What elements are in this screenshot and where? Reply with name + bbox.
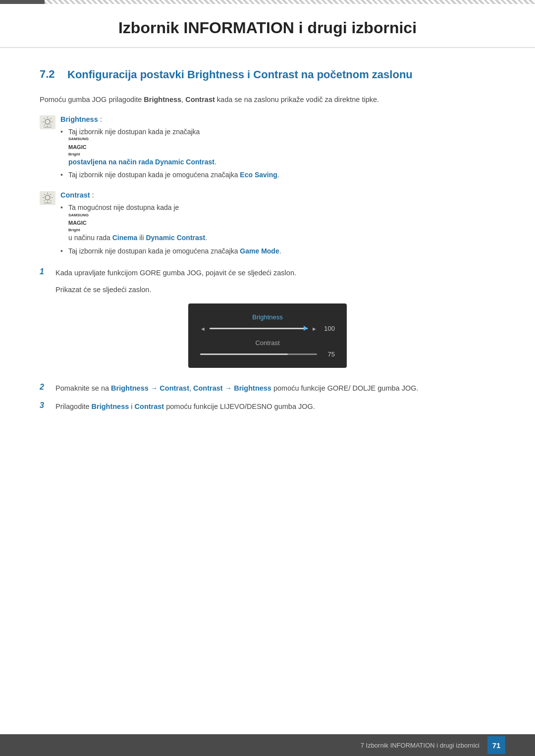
slider-left-arrow: ◄ <box>200 326 206 332</box>
contrast-note-item-1: Ta mogućnost nije dostupna kada je SAMSU… <box>60 202 495 243</box>
contrast-note-icon <box>40 191 55 205</box>
screen-contrast-label: Contrast <box>200 339 335 347</box>
step-1-number: 1 <box>40 267 49 276</box>
brightness-note-item-1: Taj izbornik nije dostupan kada je znača… <box>60 126 495 167</box>
slider-right-arrow: ► <box>312 326 317 332</box>
step-3: 3 Prilagodite Brightness i Contrast pomo… <box>40 401 495 412</box>
contrast-inline: Contrast <box>185 96 215 103</box>
step-1-text: Kada upravljate funkcijom GORE gumba JOG… <box>55 267 296 279</box>
page-title: Izbornik INFORMATION i drugi izbornici <box>30 19 505 37</box>
contrast-slider-fill <box>200 353 288 355</box>
brightness-note-icon <box>40 115 55 129</box>
contrast-note-item-2: Taj izbornik nije dostupan kada je omogu… <box>60 246 495 256</box>
contrast-note-label: Contrast : <box>60 191 495 199</box>
step-3-number: 3 <box>40 401 49 410</box>
page-footer: 7 Izbornik INFORMATION i drugi izbornici… <box>0 734 535 756</box>
svg-line-19 <box>51 194 51 195</box>
magic-brand-1: SAMSUNGMAGICBright <box>68 137 495 156</box>
footer-page-number: 71 <box>487 736 505 754</box>
contrast-note-block: Contrast : Ta mogućnost nije dostupna ka… <box>40 191 495 258</box>
svg-line-6 <box>44 118 45 119</box>
brightness-slider-thumb <box>304 326 308 331</box>
section-heading: 7.2 Konfiguracija postavki Brightness i … <box>40 68 495 82</box>
svg-line-20 <box>44 201 45 201</box>
footer-text: 7 Izbornik INFORMATION i drugi izbornici <box>361 742 480 749</box>
step-1: 1 Kada upravljate funkcijom GORE gumba J… <box>40 267 495 279</box>
contrast-note-list: Ta mogućnost nije dostupna kada je SAMSU… <box>60 202 495 256</box>
brightness-slider-row: ◄ ► 100 <box>200 325 335 332</box>
svg-line-17 <box>44 194 45 195</box>
step-1-subtext: Prikazat će se sljedeći zaslon. <box>55 286 495 294</box>
screen-mockup-wrapper: Brightness ◄ ► 100 Contrast 75 <box>40 303 495 368</box>
contrast-slider-row: 75 <box>200 351 335 358</box>
svg-line-18 <box>51 201 51 201</box>
intro-paragraph: Pomoću gumba JOG prilagodite Brightness,… <box>40 94 495 105</box>
top-border-accent <box>0 0 45 4</box>
brightness-note-list: Taj izbornik nije dostupan kada je znača… <box>60 126 495 181</box>
contrast-slider-track <box>200 353 317 355</box>
brightness-note-item-2: Taj izbornik nije dostupan kada je omogu… <box>60 169 495 180</box>
brightness-slider-fill <box>210 328 308 329</box>
step-3-text: Prilagodite Brightness i Contrast pomoću… <box>55 401 315 412</box>
brightness-slider-track <box>210 328 308 329</box>
svg-line-8 <box>51 118 51 119</box>
svg-line-7 <box>51 124 51 125</box>
screen-brightness-label: Brightness <box>200 313 335 321</box>
brightness-note-block: Brightness : Taj izbornik nije dostupan … <box>40 115 495 183</box>
section-title: Konfiguracija postavki Brightness i Cont… <box>67 68 413 82</box>
step-2-number: 2 <box>40 383 49 392</box>
page-header: Izbornik INFORMATION i drugi izbornici <box>0 4 535 48</box>
svg-line-9 <box>44 124 45 125</box>
screen-mockup: Brightness ◄ ► 100 Contrast 75 <box>188 303 347 368</box>
contrast-value: 75 <box>321 351 335 358</box>
magic-brand-2: SAMSUNGMAGICBright <box>68 213 495 232</box>
section-number: 7.2 <box>40 68 61 81</box>
main-content: 7.2 Konfiguracija postavki Brightness i … <box>0 48 535 459</box>
brightness-note-content: Brightness : Taj izbornik nije dostupan … <box>60 115 495 183</box>
top-border <box>0 0 535 4</box>
step-2: 2 Pomaknite se na Brightness → Contrast,… <box>40 383 495 394</box>
contrast-note-content: Contrast : Ta mogućnost nije dostupna ka… <box>60 191 495 258</box>
step-2-text: Pomaknite se na Brightness → Contrast, C… <box>55 383 419 394</box>
brightness-inline: Brightness <box>144 96 181 103</box>
brightness-value: 100 <box>321 325 335 332</box>
brightness-note-label: Brightness : <box>60 115 495 123</box>
